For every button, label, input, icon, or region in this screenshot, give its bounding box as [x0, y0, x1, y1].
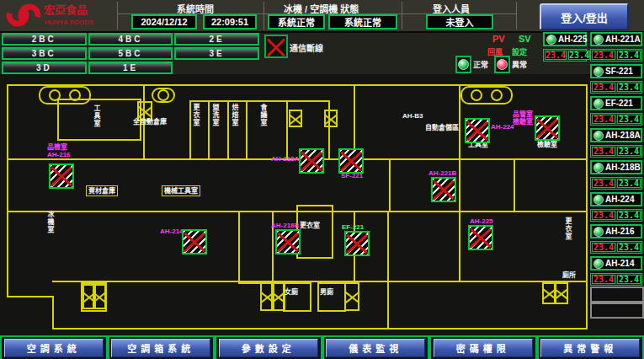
unit-sv-value: 23.4	[617, 211, 641, 220]
device-box-AH-218B[interactable]	[275, 229, 301, 255]
wall-segment	[39, 86, 91, 104]
device-box-SF-221[interactable]	[338, 148, 364, 174]
wall-segment	[389, 158, 391, 212]
room-label-廁所: 廁所	[562, 271, 576, 279]
wall-segment	[516, 2, 517, 29]
unit-button-AH-218B[interactable]: AH-218B	[590, 160, 642, 174]
device-box-AH-218A[interactable]	[299, 148, 324, 174]
nav-button-異常警報[interactable]: 異常警報	[540, 339, 640, 357]
nav-cell: 儀表監視	[322, 337, 430, 359]
unit-pv-value: 23.4	[545, 51, 567, 60]
room-label-更衣室: 更衣室	[564, 217, 572, 240]
wall-segment	[296, 205, 333, 259]
device-box-AH-216[interactable]	[49, 163, 74, 189]
area-button-5BC[interactable]: 5BC	[88, 47, 173, 60]
unit-button-AH-218A[interactable]: AH-218A	[590, 128, 642, 142]
pv-header: PV	[492, 34, 505, 44]
unit-pv-value: 23.4	[592, 179, 615, 188]
area-button-3E[interactable]: 3E	[174, 47, 259, 60]
nav-button-空調系統[interactable]: 空調系統	[4, 339, 104, 357]
unit-button-EF-221[interactable]: EF-221	[590, 96, 642, 110]
unit-pv-value: 23.4	[592, 115, 615, 124]
room-label-女廁: 女廁	[285, 288, 298, 296]
device-label-EF-221: EF-221	[342, 223, 364, 231]
wall-segment	[52, 328, 588, 330]
stair-x-icon	[271, 282, 285, 311]
system-time-value: 22:09:51	[203, 14, 257, 29]
room-label-會議室: 會議室	[259, 104, 267, 126]
unit-block-AH-218B: AH-218B23.423.4	[590, 160, 642, 190]
device-box-AH-225[interactable]	[468, 225, 493, 250]
unit-button-AH-216[interactable]: AH-216	[590, 224, 642, 238]
wall-segment	[246, 100, 247, 159]
login-user-label: 登入人員	[433, 2, 470, 15]
area-button-3BC[interactable]: 3BC	[2, 47, 87, 60]
nav-button-空調箱系統[interactable]: 空調箱系統	[111, 339, 210, 357]
device-box-AH-221B[interactable]	[431, 177, 456, 202]
unit-sv-value: 23.4	[617, 243, 641, 252]
unit-values: 23.423.4	[590, 241, 642, 254]
unit-values: 23.423.4	[543, 49, 587, 62]
unit-button-AH-225[interactable]: AH-225	[543, 32, 587, 46]
wall-segment	[586, 84, 588, 330]
chiller-status-value: 系統正常	[268, 14, 325, 29]
nav-button-參數設定[interactable]: 參數設定	[219, 339, 318, 357]
area-button-2E[interactable]: 2E	[174, 33, 259, 46]
nav-button-儀表監視[interactable]: 儀表監視	[326, 339, 425, 357]
unit-status-led	[593, 227, 604, 237]
unit-name-label: EF-221	[605, 99, 633, 108]
system-time-label: 系統時間	[177, 2, 214, 15]
room-label-更衣室: 更衣室	[192, 104, 200, 126]
area-button-3D[interactable]: 3D	[2, 62, 87, 74]
unit-name-label: AH-218B	[605, 163, 641, 172]
area-button-1E[interactable]: 1E	[88, 62, 173, 74]
room-label-全自動倉庫: 全自動倉庫	[133, 118, 167, 126]
nav-button-密碼權限[interactable]: 密碼權限	[434, 339, 533, 357]
wall-segment	[460, 86, 513, 104]
comm-fail-legend-icon	[264, 35, 288, 58]
stair-x-icon	[324, 110, 338, 127]
unit-block-AH-225: AH-22523.423.4	[543, 32, 587, 62]
wall-segment	[286, 100, 288, 159]
unit-status-led	[593, 195, 604, 205]
unit-status-led	[593, 131, 604, 141]
normal-led-icon	[458, 59, 469, 70]
unit-button-AH-221A[interactable]: AH-221A	[590, 32, 642, 46]
unit-sv-value: 23.4	[617, 83, 641, 92]
wall-segment	[117, 2, 118, 29]
unit-button-AH-214[interactable]: AH-214	[590, 256, 642, 271]
device-box-AH-224[interactable]	[465, 118, 490, 143]
area-buttons: 2BC4BC2E3BC5BC3E3D1E	[2, 33, 259, 73]
device-label-AH-225: AH-225	[470, 217, 493, 225]
wall-segment	[514, 158, 515, 212]
unit-button-AH-224[interactable]: AH-224	[590, 192, 642, 206]
unit-button-SF-221[interactable]: SF-221	[590, 64, 642, 78]
device-label-AH-218A: AH-218A	[271, 155, 299, 163]
unit-values: 23.423.4	[590, 81, 642, 94]
brand-name: 宏亞食品	[44, 3, 88, 16]
unit-sv-value: 23.4	[617, 51, 641, 60]
area-button-4BC[interactable]: 4BC	[88, 33, 173, 46]
device-label-AH-221B: AH-221B	[428, 169, 456, 177]
unit-name-label: AH-221A	[605, 35, 641, 44]
device-label-AH-214: AH-214	[160, 228, 184, 235]
device-box-檢驗室[interactable]	[535, 115, 560, 141]
header-bar: 宏亞食品 HUNYA FOODS 系統時間 2024/12/12 22:09:5…	[0, 0, 644, 33]
wall-segment	[189, 100, 191, 159]
stair-x-icon	[554, 282, 568, 304]
stair-x-icon	[289, 110, 302, 127]
unit-name-label: AH-216	[605, 227, 634, 236]
unit-status-led	[546, 35, 556, 45]
brand-name-en: HUNYA FOODS	[45, 19, 94, 26]
brand-logo: 宏亞食品 HUNYA FOODS	[3, 1, 151, 29]
unit-values: 23.423.4	[590, 145, 642, 158]
room-label-檢驗室: 檢驗室	[537, 141, 557, 148]
unit-block-AH-218A: AH-218A23.423.4	[590, 128, 642, 158]
bottom-nav-bar: 空調系統空調箱系統參數設定儀表監視密碼權限異常警報	[0, 335, 644, 359]
unit-name-label: AH-224	[605, 195, 634, 204]
device-box-AH-214[interactable]	[182, 229, 207, 255]
wall-segment	[263, 2, 264, 29]
login-logout-button[interactable]: 登入/登出	[540, 3, 629, 30]
device-box-EF-221[interactable]	[344, 231, 370, 256]
area-button-2BC[interactable]: 2BC	[2, 33, 87, 46]
